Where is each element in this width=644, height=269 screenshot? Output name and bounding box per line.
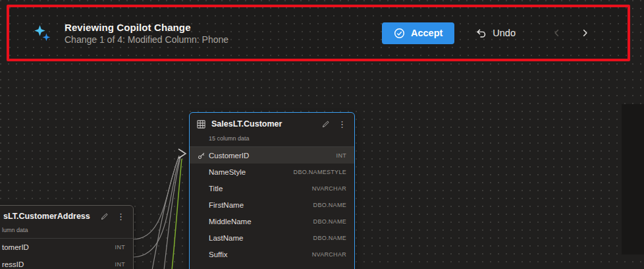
primary-key-icon <box>198 168 209 176</box>
undo-button[interactable]: Undo <box>469 22 522 44</box>
column-list: tomerID INT ressID INT <box>0 239 133 269</box>
banner-subtitle: Change 1 of 4: Modified Column: Phone <box>65 34 228 45</box>
previous-change-button[interactable] <box>549 24 566 42</box>
undo-button-label: Undo <box>493 28 516 38</box>
relationship-line <box>152 156 179 269</box>
chevron-right-icon <box>580 28 589 38</box>
table-node-header: SalesLT.Customer ⋮ <box>190 113 354 135</box>
column-name: CustomerID <box>209 152 336 160</box>
pencil-icon <box>100 212 109 221</box>
primary-key-icon <box>198 152 209 160</box>
table-node-header: sLT.CustomerAddress ⋮ <box>0 206 133 227</box>
edit-table-button[interactable] <box>99 211 110 222</box>
copilot-review-banner: Reviewing Copilot Change Change 1 of 4: … <box>7 5 630 61</box>
column-type: DBO.NAMESTYLE <box>294 169 346 175</box>
column-type: NVARCHAR <box>312 185 346 192</box>
primary-key-icon <box>198 234 209 242</box>
column-type: NVARCHAR <box>312 251 346 258</box>
pencil-icon <box>321 120 330 129</box>
column-name: MiddleName <box>209 218 313 225</box>
table-icon <box>196 119 206 129</box>
banner-actions: Accept Undo <box>382 22 593 44</box>
column-name: NameStyle <box>209 168 294 176</box>
table-title: SalesLT.Customer <box>211 119 315 129</box>
primary-key-icon <box>198 185 209 193</box>
next-change-button[interactable] <box>576 24 593 42</box>
column-row[interactable]: MiddleName DBO.NAME <box>190 213 354 229</box>
column-name: Title <box>209 185 312 193</box>
offscreen-node-fragment <box>622 104 644 254</box>
column-row[interactable]: FirstName DBO.NAME <box>190 196 354 213</box>
kebab-icon: ⋮ <box>117 212 125 221</box>
banner-text: Reviewing Copilot Change Change 1 of 4: … <box>65 22 228 45</box>
column-row[interactable]: tomerID INT <box>0 239 133 256</box>
table-node-customer-address[interactable]: sLT.CustomerAddress ⋮ lumn data tomerID … <box>0 205 134 269</box>
column-type: DBO.NAME <box>313 202 346 208</box>
relationship-line <box>134 158 180 257</box>
column-row[interactable]: ressID INT <box>0 256 133 269</box>
table-node-customer[interactable]: SalesLT.Customer ⋮ 15 column data <box>189 112 355 269</box>
undo-arrow-icon <box>475 28 487 39</box>
column-list: CustomerID INT NameStyle DBO.NAMESTYLE <box>190 147 354 262</box>
primary-key-icon <box>198 218 209 225</box>
table-more-options-button[interactable]: ⋮ <box>115 211 126 222</box>
kebab-icon: ⋮ <box>338 120 346 129</box>
circle-check-icon <box>394 28 405 39</box>
edge-arrow-icon <box>178 149 186 158</box>
table-more-options-button[interactable]: ⋮ <box>336 119 348 130</box>
column-row[interactable]: NameStyle DBO.NAMESTYLE <box>190 164 354 180</box>
column-count-label: 15 column data <box>190 135 354 147</box>
column-type: INT <box>336 152 346 159</box>
column-type: INT <box>115 261 125 268</box>
column-name: tomerID <box>2 243 115 251</box>
column-name: Suffix <box>209 251 312 258</box>
column-name: FirstName <box>209 201 313 209</box>
relationship-line <box>164 157 180 269</box>
edit-table-button[interactable] <box>320 119 331 130</box>
banner-title: Reviewing Copilot Change <box>65 22 228 33</box>
database-diagram-canvas[interactable]: Reviewing Copilot Change Change 1 of 4: … <box>0 0 644 269</box>
column-type: DBO.NAME <box>313 218 346 225</box>
column-row[interactable]: CustomerID INT <box>190 147 354 164</box>
column-row[interactable]: Suffix NVARCHAR <box>190 246 354 262</box>
copilot-sparkle-icon <box>33 24 51 42</box>
column-name: ressID <box>2 260 115 268</box>
primary-key-icon <box>198 201 209 209</box>
chevron-left-icon <box>552 28 562 38</box>
column-row[interactable]: LastName DBO.NAME <box>190 229 354 246</box>
accept-button[interactable]: Accept <box>382 22 454 44</box>
relationship-line <box>134 156 179 239</box>
primary-key-icon <box>198 251 209 258</box>
column-type: INT <box>115 244 125 251</box>
column-type: DBO.NAME <box>313 235 346 241</box>
change-navigation <box>549 24 593 42</box>
column-name: LastName <box>209 234 313 242</box>
column-count-label: lumn data <box>0 227 133 239</box>
accept-button-label: Accept <box>411 28 443 38</box>
column-row[interactable]: Title NVARCHAR <box>190 180 354 196</box>
table-title: sLT.CustomerAddress <box>3 212 94 221</box>
